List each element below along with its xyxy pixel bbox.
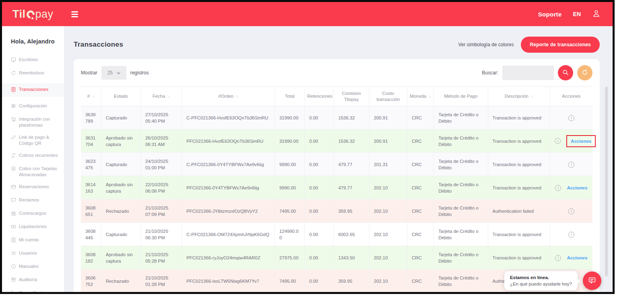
refresh-icon: [582, 69, 588, 77]
sidebar-item-transacciones[interactable]: Transacciones: [2, 83, 64, 97]
row-actions-link[interactable]: Acciones: [567, 255, 587, 261]
cell-transaction-id: 3606752: [81, 269, 101, 293]
claims-icon: [11, 197, 16, 204]
row-actions-link[interactable]: Acciones: [571, 139, 591, 144]
refresh-button[interactable]: [577, 65, 592, 80]
column-header-descripcion[interactable]: Descripción↑↓: [488, 87, 550, 106]
sidebar-nav: EscritorioReembolsosTransaccionesConfigu…: [11, 57, 60, 294]
info-icon[interactable]: i: [555, 185, 561, 191]
cell-currency: CRC: [407, 176, 433, 199]
table-row: 3623475Capturado24/10/2025 01:00 PMC-PFC…: [81, 153, 592, 176]
sidebar-item-usuarios[interactable]: Usuarios: [11, 250, 60, 257]
cell-retentions: 0.00: [305, 176, 334, 199]
sidebar-item-mi-cuenta[interactable]: Mi cuenta: [11, 237, 60, 244]
tilopay-logo: Tilpay: [12, 8, 54, 21]
cell-retentions: 0.00: [305, 246, 334, 269]
color-legend-link[interactable]: Ver simbología de colores: [458, 42, 514, 47]
sidebar-item-cobro-con-tarjetas-almacenadas[interactable]: Cobro con Tarjetas Almacenadas: [11, 166, 60, 178]
cell-total: 27975.00: [275, 246, 304, 269]
cell-payment-method: Tarjeta de Crédito o Débito: [434, 176, 488, 199]
page-title: Transacciones: [74, 41, 123, 49]
sort-icon[interactable]: ↑↓: [92, 95, 95, 99]
cell-actions: i: [550, 199, 592, 223]
info-icon[interactable]: i: [568, 208, 574, 214]
sidebar-item-label: Link de pago & Código QR: [19, 134, 60, 146]
info-icon[interactable]: i: [568, 162, 574, 168]
sidebar-item-contracargos[interactable]: Contracargos: [11, 210, 60, 218]
table-row: 3639789Capturado27/10/2025 05:40 PMC-PFC…: [81, 106, 592, 130]
page-size-select[interactable]: 25: [101, 66, 126, 80]
cell-order: PFC021366-ryJoyO24mqiw4RAR0Z: [182, 246, 275, 269]
sort-icon[interactable]: ↑↓: [167, 95, 170, 99]
sidebar-item-reembolsos[interactable]: Reembolsos: [11, 70, 60, 77]
cell-date: 24/10/2025 01:00 PM: [140, 153, 182, 176]
chat-launcher-button[interactable]: [583, 271, 601, 290]
column-label: Método de Pago: [444, 94, 477, 99]
column-header-estado[interactable]: Estado: [101, 87, 140, 106]
search-input[interactable]: [502, 66, 554, 80]
sidebar-item-configuracion[interactable]: Configuración: [11, 103, 60, 110]
sidebar-item-label: Integración con plataformas: [19, 116, 60, 128]
sidebar-item-label: Cerrar Sesión: [19, 290, 47, 294]
info-icon[interactable]: i: [568, 232, 574, 238]
topbar: Tilpay Soporte EN: [2, 2, 613, 26]
column-header-orden[interactable]: #Orden↑↓: [182, 87, 275, 106]
search-button[interactable]: [558, 65, 573, 80]
column-header-fecha[interactable]: Fecha↑↓: [140, 87, 182, 106]
sidebar-item-liquidaciones[interactable]: Liquidaciones: [11, 224, 60, 231]
payment-link-icon: [11, 135, 16, 142]
cell-transaction-cost: 200.91: [369, 106, 407, 130]
cell-actions: i: [550, 223, 592, 246]
chevron-down-icon: [117, 70, 120, 76]
sort-icon[interactable]: ↑↓: [428, 95, 431, 99]
sidebar-item-label: Usuarios: [19, 250, 37, 256]
column-header-[interactable]: #↑↓: [81, 87, 101, 106]
column-header-retenciones[interactable]: Retenciones: [305, 87, 334, 106]
support-link[interactable]: Soporte: [538, 11, 562, 18]
column-header-moneda[interactable]: Moneda↑↓: [407, 87, 433, 106]
vertical-scrollbar[interactable]: [605, 86, 608, 276]
language-switch[interactable]: EN: [573, 11, 581, 17]
cell-payment-method: Tarjeta de Crédito o Débito: [434, 153, 488, 176]
reservations-icon: [11, 184, 16, 191]
sidebar-item-auditoria[interactable]: Auditoría: [11, 277, 60, 284]
sidebar-item-integracion-con-plataformas[interactable]: Integración con plataformas: [11, 116, 60, 128]
column-header-comision-tilopay[interactable]: Comision Tilopay: [334, 87, 369, 106]
sidebar-item-manuales[interactable]: Manuales: [11, 263, 60, 271]
cell-date: 22/10/2025 06:08 PM: [140, 176, 182, 199]
cell-transaction-cost: 202.10: [369, 223, 407, 246]
sidebar-item-cerrar-sesion[interactable]: Cerrar Sesión: [11, 290, 60, 294]
cell-currency: CRC: [407, 223, 433, 246]
sidebar-item-link-de-pago-codigo-qr[interactable]: Link de pago & Código QR: [11, 134, 60, 146]
cell-transaction-id: 3608445: [81, 223, 101, 246]
logo-o-icon: [27, 10, 35, 18]
transactions-icon: [11, 87, 16, 94]
sidebar-item-cobros-recurrentes[interactable]: Cobros recurrentes: [11, 152, 60, 160]
column-header-total[interactable]: Total: [275, 87, 304, 106]
sidebar-item-escritorio[interactable]: Escritorio: [11, 57, 60, 64]
info-icon[interactable]: i: [555, 255, 561, 261]
sidebar-item-reclamos[interactable]: Reclamos: [11, 197, 60, 204]
cell-date: 21/10/2025 01:28 PM: [140, 269, 182, 293]
sidebar-item-reservaciones[interactable]: Reservaciones: [11, 184, 60, 191]
menu-icon[interactable]: [71, 10, 78, 18]
sort-icon[interactable]: ↑↓: [235, 95, 238, 99]
sidebar-greeting: Hola, Alejandro: [11, 38, 60, 45]
cell-status: Capturado: [101, 153, 140, 176]
cell-transaction-id: 3608651: [81, 199, 101, 223]
manuals-icon: [11, 264, 16, 271]
sidebar-item-label: Reservaciones: [19, 184, 49, 190]
user-icon[interactable]: [592, 9, 601, 19]
sidebar-item-label: Auditoría: [19, 277, 37, 283]
row-actions-link[interactable]: Acciones: [567, 185, 587, 191]
cell-commission: 359.95: [334, 199, 369, 223]
sort-icon[interactable]: ↑↓: [530, 95, 533, 99]
cell-payment-method: Tarjeta de Crédito o Débito: [434, 106, 488, 130]
transactions-report-button[interactable]: Reporte de transacciones: [521, 37, 600, 53]
column-header-costo-transaccion[interactable]: Costo transacción: [369, 87, 407, 106]
column-header-acciones[interactable]: Acciones: [550, 87, 592, 106]
cell-date: 21/10/2025 07:09 PM: [140, 199, 182, 223]
column-header-metodo-de-pago[interactable]: Método de Pago: [434, 87, 488, 106]
info-icon[interactable]: i: [568, 115, 574, 121]
info-icon[interactable]: i: [555, 138, 561, 144]
